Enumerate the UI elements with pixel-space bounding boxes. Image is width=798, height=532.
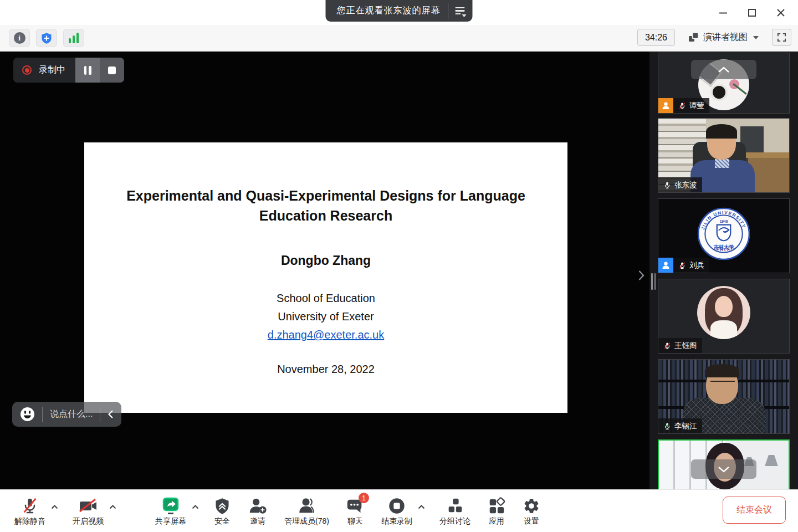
window-controls (716, 0, 792, 25)
quick-chat-bar: 说点什么... (12, 402, 121, 427)
speaker-view-icon (688, 32, 699, 43)
info-icon: i (14, 32, 25, 44)
participant-name: 张东波 (674, 180, 697, 190)
settings-label: 设置 (524, 516, 539, 526)
slide-author: Dongbo Zhang (84, 253, 567, 268)
participant-name: 刘兵 (689, 260, 704, 270)
recording-options-chevron[interactable] (418, 505, 425, 509)
meeting-info-bar: i 34:26 演讲者视图 (0, 25, 798, 52)
avatar (697, 286, 750, 339)
shield-plus-icon (40, 32, 53, 44)
meeting-info-button[interactable]: i (9, 29, 30, 47)
video-options-chevron[interactable] (109, 505, 116, 509)
stop-recording-label: 结束录制 (381, 516, 412, 526)
presentation-slide: Experimental and Quasi-Experimental Desi… (84, 142, 567, 413)
apps-label: 应用 (489, 516, 504, 526)
manage-participants-label: 管理成员(78) (284, 516, 329, 526)
breakout-rooms-label: 分组讨论 (439, 516, 470, 526)
chat-button[interactable]: 聊天 1 (340, 492, 370, 530)
security-button[interactable]: 安全 (208, 492, 237, 530)
hide-thumbnails-button[interactable] (691, 459, 756, 479)
participants-panel: 谭莹 张东波 (649, 52, 798, 489)
emoji-icon[interactable] (20, 407, 35, 422)
participant-tile-lixijiang[interactable]: 李锡江 (658, 359, 790, 434)
collapse-chat-chevron-icon[interactable] (108, 410, 114, 419)
share-options-chevron[interactable] (192, 505, 199, 509)
slide-date: November 28, 2022 (84, 363, 567, 376)
muted-mic-icon (678, 262, 686, 269)
apps-grid-icon (487, 496, 506, 516)
encryption-button[interactable] (36, 29, 57, 47)
close-icon[interactable] (774, 6, 788, 20)
panel-resize-handle[interactable] (651, 273, 656, 290)
invite-label: 邀请 (250, 516, 265, 526)
slide-email-link[interactable]: d.zhang4@exeter.ac.uk (268, 329, 384, 341)
audio-options-chevron[interactable] (51, 505, 58, 509)
chevron-up-icon (718, 66, 730, 73)
recording-indicator: 录制中 (13, 58, 124, 83)
guest-badge (658, 258, 673, 273)
svg-text:吉林大学: 吉林大学 (713, 244, 734, 250)
meeting-app-window: 您正在观看张东波的屏幕 i (0, 0, 798, 532)
screen-share-title: 您正在观看张东波的屏幕 (337, 5, 441, 17)
share-screen-button[interactable]: 共享屏幕 (150, 492, 192, 530)
person-icon (661, 101, 671, 110)
participant-tile-tanying[interactable]: 谭莹 (658, 53, 790, 114)
camera-off-icon (78, 496, 98, 516)
fullscreen-button[interactable] (772, 29, 791, 46)
chevron-down-icon (718, 466, 730, 473)
end-meeting-button[interactable]: 结束会议 (723, 497, 786, 524)
participant-name: 李锡江 (674, 421, 697, 431)
stop-recording-button[interactable] (100, 58, 124, 83)
unmute-label: 解除静音 (14, 516, 45, 526)
slide-org-line1: School of Education (84, 289, 567, 308)
recording-label: 录制中 (39, 64, 65, 76)
chevron-down-icon (753, 36, 759, 39)
slide-title: Experimental and Quasi-Experimental Desi… (126, 186, 525, 226)
invite-button[interactable]: 邀请 (242, 492, 273, 530)
security-shield-icon (213, 496, 231, 516)
svg-text:1946: 1946 (720, 219, 728, 223)
network-quality-button[interactable] (63, 29, 84, 47)
signal-bars-icon (69, 33, 79, 43)
window-titlebar: 您正在观看张东波的屏幕 (0, 0, 798, 25)
settings-button[interactable]: 设置 (517, 492, 546, 530)
slide-org-line2: University of Exeter (84, 308, 567, 326)
view-mode-button[interactable]: 演讲者视图 (685, 29, 762, 46)
pause-recording-button[interactable] (75, 58, 100, 83)
muted-microphone-icon (21, 496, 39, 516)
speaking-mic-icon (663, 422, 671, 430)
breakout-rooms-button[interactable]: 分组讨论 (434, 492, 476, 530)
participant-tile-active-speaker[interactable] (658, 439, 790, 489)
fullscreen-icon (777, 33, 786, 42)
security-label: 安全 (214, 516, 230, 526)
participant-tile-zhangdongbo[interactable]: 张东波 (658, 118, 790, 193)
stop-recording-toolbar-button[interactable]: 结束录制 (376, 492, 418, 530)
muted-mic-icon (678, 102, 686, 110)
start-video-button[interactable]: 开启视频 (67, 492, 109, 530)
participant-tile-wangyuge[interactable]: 王钰阁 (658, 279, 790, 354)
share-screen-label: 共享屏幕 (155, 516, 186, 526)
shared-screen-stage: 录制中 Experimental and Quasi-Experimental … (0, 52, 649, 489)
share-screen-icon (161, 496, 181, 516)
unmute-button[interactable]: 解除静音 (9, 492, 51, 530)
hide-panel-chevron[interactable] (635, 269, 647, 282)
person-icon (661, 260, 671, 270)
screen-share-banner: 您正在观看张东波的屏幕 (326, 0, 473, 22)
chat-input[interactable]: 说点什么... (50, 408, 93, 420)
maximize-icon[interactable] (745, 6, 759, 20)
chat-unread-badge: 1 (359, 493, 369, 503)
collapse-thumbnails-button[interactable] (691, 60, 756, 79)
mic-icon (663, 181, 671, 189)
participant-tile-liubing[interactable]: JILIN UNIVERSITY CHINA 1946 吉林大学 (658, 198, 790, 273)
apps-button[interactable]: 应用 (482, 492, 511, 530)
muted-mic-icon (663, 342, 671, 350)
participant-name: 王钰阁 (674, 341, 697, 351)
share-options-menu-icon[interactable] (448, 3, 467, 19)
recording-dot-icon (22, 65, 32, 75)
gear-icon (523, 496, 540, 516)
manage-participants-button[interactable]: 管理成员(78) (279, 492, 335, 530)
invite-person-icon (248, 496, 268, 516)
minimize-icon[interactable] (716, 6, 730, 20)
participants-icon (296, 496, 316, 516)
